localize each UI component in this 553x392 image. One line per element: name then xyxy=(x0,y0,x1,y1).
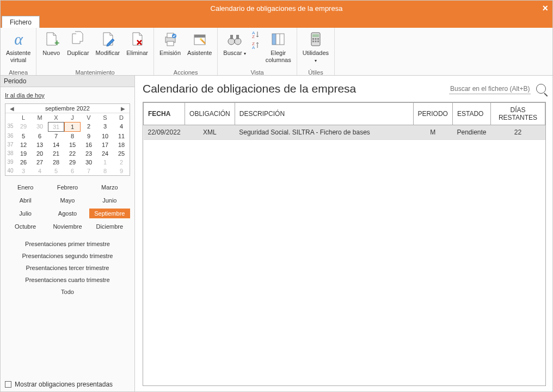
month-abril[interactable]: Abril xyxy=(5,195,46,205)
cal-day[interactable]: 30 xyxy=(32,122,48,132)
cal-day[interactable]: 8 xyxy=(64,132,81,140)
col-fecha[interactable]: FECHA xyxy=(144,103,185,125)
svg-rect-12 xyxy=(236,35,239,39)
cal-day[interactable]: 27 xyxy=(32,158,48,167)
elegir-columnas-button[interactable]: Elegir columnas xyxy=(262,30,294,68)
col-periodo[interactable]: PERIODO xyxy=(413,103,452,125)
cal-day[interactable]: 2 xyxy=(113,158,130,167)
month-octubre[interactable]: Octubre xyxy=(5,222,46,231)
cal-day[interactable]: 5 xyxy=(15,132,32,140)
document-new-icon: + xyxy=(42,30,60,48)
sidebar: Periodo Ir al día de hoy ◀ septiembre 20… xyxy=(1,76,135,391)
cal-day[interactable]: 1 xyxy=(64,122,81,132)
cal-prev-icon[interactable]: ◀ xyxy=(7,106,17,112)
month-agosto[interactable]: Agosto xyxy=(47,209,88,218)
cal-day[interactable]: 22 xyxy=(64,149,81,158)
cal-day[interactable]: 3 xyxy=(15,167,32,175)
cal-day[interactable]: 9 xyxy=(113,167,130,175)
cal-day[interactable]: 23 xyxy=(81,149,97,158)
preset-filter[interactable]: Presentaciones primer trimestre xyxy=(5,238,130,250)
month-diciembre[interactable]: Diciembre xyxy=(89,222,130,231)
cal-day[interactable]: 30 xyxy=(81,158,97,167)
titlebar: Calendario de obligaciones de la empresa… xyxy=(1,1,552,16)
cal-day[interactable]: 5 xyxy=(48,167,64,175)
utilidades-button[interactable]: Utilidades▾ xyxy=(299,30,332,68)
cal-day[interactable]: 18 xyxy=(113,140,130,149)
cal-day[interactable]: 2 xyxy=(81,122,97,132)
modificar-button[interactable]: Modificar xyxy=(93,30,124,68)
cal-day[interactable]: 26 xyxy=(15,158,32,167)
search-icon[interactable] xyxy=(536,84,546,94)
month-enero[interactable]: Enero xyxy=(5,182,46,192)
eliminar-button[interactable]: Eliminar xyxy=(123,30,151,68)
svg-text:A: A xyxy=(252,45,255,50)
show-presented-checkbox[interactable]: Mostrar obligaciones presentadas xyxy=(1,377,134,391)
cal-day[interactable]: 1 xyxy=(97,158,113,167)
preset-filter[interactable]: Presentaciones segundo trimestre xyxy=(5,250,130,262)
month-noviembre[interactable]: Noviembre xyxy=(47,222,88,231)
cal-day[interactable]: 7 xyxy=(81,167,97,175)
month-septiembre[interactable]: Septiembre xyxy=(89,209,130,218)
sort-desc-icon[interactable]: ZA xyxy=(251,41,260,50)
svg-text:α: α xyxy=(14,30,23,48)
binoculars-icon xyxy=(225,30,244,48)
buscar-button[interactable]: Buscar ▾ xyxy=(220,30,249,68)
cal-day[interactable]: 31 xyxy=(48,122,64,132)
cal-day[interactable]: 16 xyxy=(81,140,97,149)
columns-icon xyxy=(269,30,287,48)
preset-filter[interactable]: Todo xyxy=(5,286,130,298)
cal-day[interactable]: 28 xyxy=(48,158,64,167)
cal-day[interactable]: 20 xyxy=(32,149,48,158)
month-junio[interactable]: Junio xyxy=(89,195,130,205)
today-link[interactable]: Ir al día de hoy xyxy=(5,92,45,99)
cal-day[interactable]: 11 xyxy=(113,132,130,140)
search-input[interactable] xyxy=(449,84,531,94)
cal-day[interactable]: 21 xyxy=(48,149,64,158)
preset-filter[interactable]: Presentaciones cuarto trimestre xyxy=(5,274,130,286)
col-dias[interactable]: DÍAS RESTANTES xyxy=(491,103,545,125)
cal-day[interactable]: 10 xyxy=(97,132,113,140)
preset-filter[interactable]: Presentaciones tercer trimestre xyxy=(5,262,130,274)
cal-day[interactable]: 29 xyxy=(15,122,32,132)
col-descripcion[interactable]: DESCRIPCIÓN xyxy=(235,103,413,125)
cal-day[interactable]: 15 xyxy=(64,140,81,149)
cal-day[interactable]: 4 xyxy=(32,167,48,175)
col-estado[interactable]: ESTADO xyxy=(452,103,490,125)
cal-day[interactable]: 7 xyxy=(48,132,64,140)
cal-day[interactable]: 17 xyxy=(97,140,113,149)
asistente-button[interactable]: Asistente xyxy=(184,30,215,68)
month-julio[interactable]: Julio xyxy=(5,209,46,218)
cal-week-num: 38 xyxy=(5,149,15,158)
cal-week-num: 37 xyxy=(5,140,15,149)
obligations-table: FECHA OBLIGACIÓN DESCRIPCIÓN PERIODO EST… xyxy=(143,102,545,140)
cal-next-icon[interactable]: ▶ xyxy=(118,106,128,112)
cal-day[interactable]: 19 xyxy=(15,149,32,158)
cal-day[interactable]: 6 xyxy=(64,167,81,175)
cal-day[interactable]: 24 xyxy=(97,149,113,158)
cal-day[interactable]: 8 xyxy=(97,167,113,175)
cal-day[interactable]: 12 xyxy=(15,140,32,149)
cell-estado: Pendiente xyxy=(452,125,490,140)
duplicar-button[interactable]: Duplicar xyxy=(64,30,92,68)
printer-icon xyxy=(161,30,180,48)
cal-day[interactable]: 25 xyxy=(113,149,130,158)
month-marzo[interactable]: Marzo xyxy=(89,182,130,192)
cal-day[interactable]: 9 xyxy=(81,132,97,140)
asistente-virtual-button[interactable]: α Asistente virtual xyxy=(3,30,34,68)
cal-day[interactable]: 29 xyxy=(64,158,81,167)
cal-day[interactable]: 4 xyxy=(113,122,130,132)
nuevo-button[interactable]: + Nuevo xyxy=(39,30,64,68)
col-obligacion[interactable]: OBLIGACIÓN xyxy=(185,103,235,125)
table-row[interactable]: 22/09/2022 XML Seguridad Social. SILTRA … xyxy=(144,125,545,140)
cal-day[interactable]: 6 xyxy=(32,132,48,140)
month-mayo[interactable]: Mayo xyxy=(47,195,88,205)
cal-day[interactable]: 3 xyxy=(97,122,113,132)
document-delete-icon xyxy=(128,30,146,48)
cal-day[interactable]: 14 xyxy=(48,140,64,149)
sort-asc-icon[interactable]: AZ xyxy=(251,30,260,39)
tab-fichero[interactable]: Fichero xyxy=(2,16,40,28)
cal-day[interactable]: 13 xyxy=(32,140,48,149)
month-febrero[interactable]: Febrero xyxy=(47,182,88,192)
close-icon[interactable]: × xyxy=(542,3,548,14)
emision-button[interactable]: Emisión xyxy=(156,30,184,68)
